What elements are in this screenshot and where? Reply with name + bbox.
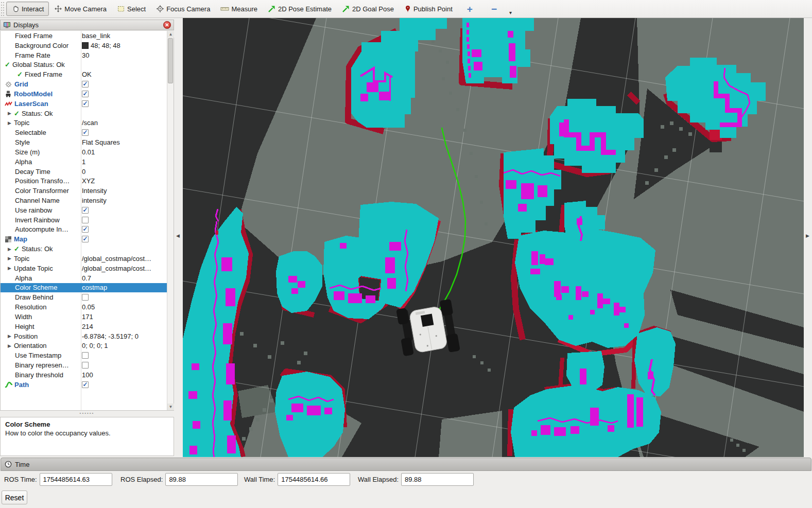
tree-row-alpha[interactable]: Alpha1: [1, 157, 174, 167]
checkbox[interactable]: [82, 294, 89, 301]
displays-panel-header[interactable]: Displays ✕: [0, 20, 174, 30]
tree-row-autocompute-in[interactable]: Autocompute In…✓: [1, 225, 174, 235]
tree-row-decay-time[interactable]: Decay Time0: [1, 167, 174, 177]
tree-row-draw-behind[interactable]: Draw Behind: [1, 292, 174, 302]
time-panel-header[interactable]: Time: [1, 458, 811, 471]
property-value[interactable]: 100: [82, 371, 93, 379]
tree-row-update-topic[interactable]: ▶Update Topic/global_costmap/cost…: [1, 264, 174, 273]
tree-row-position-transfo[interactable]: Position Transfo…XYZ: [1, 176, 174, 186]
checkbox[interactable]: ✓: [82, 81, 89, 87]
expand-arrow-icon[interactable]: ▶: [8, 111, 12, 116]
checkbox[interactable]: ✓: [82, 207, 89, 214]
tree-row-map[interactable]: Map✓: [1, 234, 174, 244]
tree-row-invert-rainbow[interactable]: Invert Rainbow: [1, 215, 174, 225]
toolbar-overflow-icon[interactable]: ▾: [509, 10, 512, 15]
tool-measure[interactable]: Measure: [215, 2, 263, 16]
property-value[interactable]: Intensity: [82, 187, 107, 195]
tool-interact[interactable]: Interact: [6, 2, 49, 16]
collapse-right-icon[interactable]: ▶: [806, 233, 809, 238]
tool-publish-point[interactable]: Publish Point: [399, 2, 458, 16]
tree-row-selectable[interactable]: Selectable✓: [1, 128, 174, 137]
property-value[interactable]: /scan: [82, 119, 98, 127]
tree-row-status-ok[interactable]: ▶✓Status: Ok: [1, 109, 174, 118]
checkbox[interactable]: ✓: [82, 236, 89, 242]
tree-row-orientation[interactable]: ▶Orientation0; 0; 0; 1: [1, 341, 174, 351]
tree-row-style[interactable]: StyleFlat Squares: [1, 137, 174, 147]
checkbox[interactable]: ✓: [82, 381, 89, 388]
right-dock-splitter[interactable]: ▶: [804, 18, 812, 457]
expand-arrow-icon[interactable]: ▶: [8, 247, 12, 252]
checkbox[interactable]: [82, 352, 89, 359]
tree-row-binary-represen[interactable]: Binary represen…: [1, 360, 174, 370]
tree-row-position[interactable]: ▶Position-6.8784; -3.5197; 0: [1, 331, 174, 341]
tree-row-use-timestamp[interactable]: Use Timestamp: [1, 351, 174, 360]
scroll-up-icon[interactable]: ▲: [167, 31, 174, 38]
tree-row-channel-name[interactable]: Channel Nameintensity: [1, 196, 174, 205]
tree-row-background-color[interactable]: Background Color48; 48; 48: [1, 41, 174, 50]
property-value[interactable]: 214: [82, 323, 93, 330]
property-value[interactable]: -6.8784; -3.5197; 0: [82, 332, 139, 340]
left-dock-splitter[interactable]: ◀: [174, 18, 183, 457]
tool-select[interactable]: Select: [112, 2, 151, 16]
tree-scrollbar[interactable]: ▲ ▼: [167, 31, 174, 410]
tree-row-topic[interactable]: ▶Topic/global_costmap/cost…: [1, 254, 174, 264]
property-value[interactable]: /global_costmap/cost…: [82, 255, 151, 262]
property-value[interactable]: 30: [82, 51, 89, 59]
property-value[interactable]: 1: [82, 158, 85, 166]
ros-time-input[interactable]: [40, 473, 112, 486]
wall-elapsed-input[interactable]: [401, 473, 474, 486]
tree-row-robotmodel[interactable]: RobotModel✓: [1, 89, 174, 99]
tool-2d-pose-estimate[interactable]: 2D Pose Estimate: [263, 2, 337, 16]
tree-row-use-rainbow[interactable]: Use rainbow✓: [1, 205, 174, 215]
property-value[interactable]: 0; 0; 0; 1: [82, 342, 108, 349]
property-value[interactable]: OK: [82, 71, 92, 78]
tool-[interactable]: −: [486, 2, 502, 16]
scroll-down-icon[interactable]: ▼: [167, 404, 174, 410]
tree-row-size-m[interactable]: Size (m)0.01: [1, 147, 174, 157]
expand-arrow-icon[interactable]: ▶: [8, 256, 12, 261]
tree-row-path[interactable]: Path✓: [1, 380, 174, 390]
tree-row-fixed-frame[interactable]: ✓Fixed FrameOK: [1, 69, 174, 79]
tree-row-global-status-ok[interactable]: ✓Global Status: Ok: [1, 60, 174, 69]
color-swatch[interactable]: [82, 42, 89, 49]
ros-elapsed-input[interactable]: [165, 473, 238, 486]
tool-move-camera[interactable]: Move Camera: [49, 2, 112, 16]
tree-row-color-transformer[interactable]: Color TransformerIntensity: [1, 186, 174, 196]
scrollbar-thumb[interactable]: [168, 38, 173, 83]
property-value[interactable]: XYZ: [82, 177, 95, 185]
panel-splitter-handle[interactable]: ••••••: [0, 411, 174, 416]
tree-row-status-ok[interactable]: ▶✓Status: Ok: [1, 244, 174, 254]
reset-button[interactable]: Reset: [2, 491, 27, 504]
expand-arrow-icon[interactable]: ▶: [8, 343, 12, 348]
expand-arrow-icon[interactable]: ▶: [8, 266, 12, 271]
tree-row-fixed-frame[interactable]: Fixed Framebase_link: [1, 31, 174, 41]
tool-[interactable]: +: [462, 2, 478, 16]
checkbox[interactable]: ✓: [82, 226, 89, 233]
tree-row-resolution[interactable]: Resolution0.05: [1, 302, 174, 312]
tree-row-laserscan[interactable]: LaserScan✓: [1, 99, 174, 109]
property-value[interactable]: /global_costmap/cost…: [82, 265, 151, 272]
property-value[interactable]: base_link: [82, 32, 110, 40]
tree-row-width[interactable]: Width171: [1, 312, 174, 322]
checkbox[interactable]: [82, 362, 89, 369]
tool-2d-goal-pose[interactable]: 2D Goal Pose: [337, 2, 399, 16]
property-value[interactable]: 0.7: [82, 274, 91, 282]
tree-row-height[interactable]: Height214: [1, 322, 174, 331]
property-value[interactable]: intensity: [82, 197, 107, 204]
collapse-left-icon[interactable]: ◀: [176, 233, 180, 238]
expand-arrow-icon[interactable]: ▶: [8, 334, 12, 339]
tree-row-topic[interactable]: ▶Topic/scan: [1, 118, 174, 128]
property-value[interactable]: 0.01: [82, 148, 95, 156]
render-view[interactable]: [183, 18, 804, 457]
property-value[interactable]: 0.05: [82, 303, 95, 311]
tool-focus-camera[interactable]: Focus Camera: [151, 2, 215, 16]
checkbox[interactable]: ✓: [82, 100, 89, 107]
property-value[interactable]: Flat Squares: [82, 138, 120, 146]
toolbar-grip-handle[interactable]: [1, 2, 5, 16]
property-value[interactable]: 0: [82, 168, 85, 176]
checkbox[interactable]: ✓: [82, 91, 89, 97]
wall-time-input[interactable]: [278, 473, 350, 486]
tree-row-alpha[interactable]: Alpha0.7: [1, 273, 174, 283]
property-value[interactable]: 48; 48; 48: [91, 42, 120, 49]
tree-row-grid[interactable]: Grid✓: [1, 79, 174, 89]
